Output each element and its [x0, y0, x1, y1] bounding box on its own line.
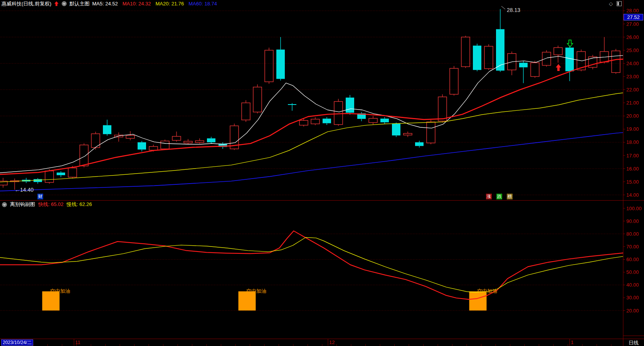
- candle[interactable]: [57, 171, 65, 177]
- candle[interactable]: [80, 143, 88, 167]
- signal-label-2: 空中加油: [477, 288, 497, 295]
- candle[interactable]: [484, 44, 493, 70]
- price-tick-label: 23.00: [626, 74, 639, 79]
- signal-label-0: 空中加油: [50, 288, 70, 295]
- price-tick-label: 16.00: [626, 166, 639, 172]
- rank-shortcut-badges: 涨跌榜: [486, 194, 513, 199]
- low-price-annotation: ←14.40: [15, 187, 34, 193]
- indicator-tick-label: 100.00: [626, 206, 642, 211]
- month-label: 11: [75, 339, 81, 345]
- main-chart-header: 惠威科技(日线,前复权) 默认主图 MA5: 24.52MA10: 24.32M…: [0, 0, 644, 7]
- rank-badge-2[interactable]: 榜: [507, 194, 513, 199]
- diamond-icon[interactable]: ◇: [609, 0, 613, 7]
- layout-selector[interactable]: 默认主图: [69, 0, 89, 7]
- chevron-down-icon[interactable]: [62, 1, 67, 6]
- candle[interactable]: [138, 141, 146, 151]
- candle[interactable]: [519, 61, 528, 83]
- buy-arrow-icon: [556, 64, 561, 71]
- price-tick-label: 25.00: [626, 47, 639, 53]
- indicator-tick-label: 80.00: [626, 231, 639, 237]
- indicator-tick-label: 60.00: [626, 257, 639, 262]
- candle[interactable]: [392, 123, 400, 137]
- month-label: 12: [329, 339, 335, 345]
- last-price-tag: 27.52: [624, 14, 643, 20]
- candle[interactable]: [0, 178, 7, 188]
- price-tick-label: 14.00: [626, 192, 639, 198]
- candle[interactable]: [380, 117, 389, 124]
- chevron-down-icon[interactable]: [2, 202, 7, 207]
- window-tools: ◇: [609, 0, 622, 7]
- candle[interactable]: [565, 46, 574, 81]
- indicator-tick-label: 30.00: [626, 295, 639, 300]
- indicator-header: 离别钩副图 快线: 65.02 慢线: 62.26: [2, 201, 92, 208]
- candle[interactable]: [207, 137, 215, 144]
- candle[interactable]: [161, 140, 169, 150]
- ma-label-3: MA60: 18.74: [188, 0, 217, 7]
- indicator-name[interactable]: 离别钩副图: [10, 201, 35, 208]
- indicator-tick-label: 70.00: [626, 244, 639, 250]
- stock-title: 惠威科技(日线,前复权): [2, 0, 51, 7]
- candle[interactable]: [589, 55, 597, 69]
- rank-badge-0[interactable]: 涨: [486, 194, 492, 199]
- price-tick-label: 28.00: [626, 8, 639, 14]
- indicator-line: [0, 238, 623, 293]
- ma-label-0: MA5: 24.52: [92, 0, 118, 7]
- ma-values: MA5: 24.52MA10: 24.32MA20: 21.76MA60: 18…: [92, 0, 218, 7]
- candle[interactable]: [242, 100, 250, 122]
- ma-line-MA5: [0, 56, 623, 173]
- candle[interactable]: [34, 178, 42, 184]
- indicator-tick-label: 90.00: [626, 218, 639, 224]
- month-label: 1: [571, 339, 573, 345]
- period-selector[interactable]: 日线: [624, 339, 644, 346]
- candle[interactable]: [265, 47, 273, 84]
- indicator-tick-label: 40.00: [626, 282, 639, 288]
- price-tick-label: 26.00: [626, 34, 639, 40]
- selected-date-tag: 2023/10/24/二: [1, 339, 33, 346]
- candle[interactable]: [450, 66, 458, 96]
- candle[interactable]: [461, 36, 470, 68]
- price-tick-label: 18.00: [626, 139, 639, 145]
- indicator-line: [0, 231, 623, 300]
- candle[interactable]: [126, 131, 135, 140]
- signal-label-1: 空中加油: [246, 288, 266, 295]
- split-panel-icon[interactable]: [617, 1, 622, 6]
- candle[interactable]: [473, 44, 481, 71]
- candle[interactable]: [404, 132, 412, 137]
- ma-label-2: MA20: 21.76: [156, 0, 184, 7]
- price-tick-label: 15.00: [626, 179, 639, 185]
- candle[interactable]: [195, 138, 204, 144]
- candle[interactable]: [323, 117, 331, 125]
- indicator-tick-label: 50.00: [626, 269, 639, 275]
- candle[interactable]: [600, 37, 609, 63]
- candle[interactable]: [276, 37, 285, 81]
- candle[interactable]: [334, 99, 343, 126]
- candle[interactable]: [612, 49, 620, 74]
- candle[interactable]: [103, 120, 111, 136]
- candle[interactable]: [427, 120, 435, 144]
- fast-line-value: 快线: 65.02: [38, 201, 64, 208]
- price-tick-label: 24.00: [626, 61, 639, 66]
- candle[interactable]: [415, 141, 424, 148]
- candle[interactable]: [311, 117, 319, 125]
- price-tick-label: 19.00: [626, 126, 639, 132]
- candle[interactable]: [346, 95, 354, 115]
- candle[interactable]: [184, 139, 192, 144]
- candle[interactable]: [253, 84, 262, 113]
- indicator-tick-label: 20.00: [626, 308, 639, 314]
- price-tick-label: 22.00: [626, 87, 639, 93]
- candle[interactable]: [542, 50, 551, 67]
- chart-canvas[interactable]: 28.0027.0026.0025.0024.0023.0022.0021.00…: [0, 0, 644, 346]
- candle[interactable]: [91, 132, 100, 150]
- high-price-annotation: 28.13: [507, 7, 520, 13]
- candle[interactable]: [369, 116, 377, 125]
- rank-badge-1[interactable]: 跌: [496, 194, 502, 199]
- candle[interactable]: [357, 112, 366, 121]
- stock-chart-app: 28.0027.0026.0025.0024.0023.0022.0021.00…: [0, 0, 644, 346]
- finance-news-badge[interactable]: 财: [37, 194, 43, 199]
- candle[interactable]: [172, 132, 181, 142]
- candle[interactable]: [288, 103, 296, 111]
- candle[interactable]: [496, 9, 504, 72]
- candle[interactable]: [554, 46, 562, 62]
- ma-line-MA60: [0, 133, 623, 191]
- trend-up-arrow-icon[interactable]: [54, 1, 59, 6]
